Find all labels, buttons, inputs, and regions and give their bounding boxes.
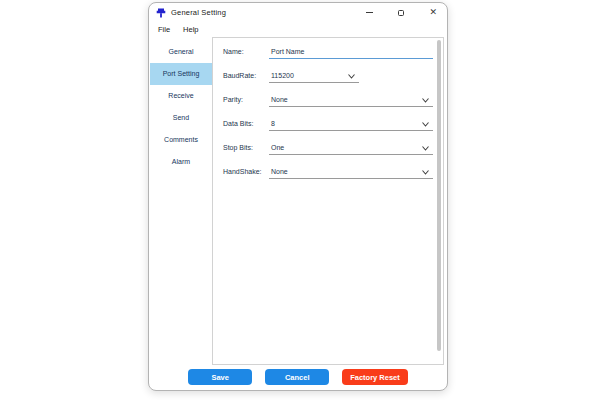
- vertical-scrollbar[interactable]: [437, 40, 441, 351]
- dropdown-databits[interactable]: 8: [269, 116, 433, 131]
- sidebar-item-port-setting[interactable]: Port Setting: [150, 63, 212, 85]
- dropdown-stopbits[interactable]: One: [269, 140, 433, 155]
- chevron-down-icon: [422, 122, 429, 127]
- footer-button-row: SaveCancelFactory Reset: [149, 369, 447, 385]
- field-value: 8: [271, 120, 275, 127]
- field-value: 115200: [271, 72, 294, 79]
- close-icon[interactable]: ✕: [429, 8, 437, 17]
- title-bar[interactable]: General Setting ✕: [149, 3, 447, 22]
- field-label: HandShake:: [223, 168, 262, 175]
- text-input-name[interactable]: Port Name: [269, 44, 433, 59]
- form-row: Stop Bits: One: [213, 137, 435, 161]
- minimize-icon[interactable]: [366, 12, 373, 13]
- port-setting-panel: Name: Port Name BaudRate: 115200 Parity:…: [212, 37, 444, 365]
- form-row: Data Bits: 8: [213, 113, 435, 137]
- chevron-down-icon: [422, 98, 429, 103]
- sidebar-item-send[interactable]: Send: [150, 107, 212, 129]
- field-value: Port Name: [271, 48, 304, 55]
- sidebar-item-comments[interactable]: Comments: [150, 129, 212, 151]
- general-setting-window: General Setting ✕ FileHelp GeneralPort S…: [148, 2, 448, 391]
- cancel-button[interactable]: Cancel: [265, 369, 329, 385]
- sidebar-item-general[interactable]: General: [150, 41, 212, 63]
- chevron-down-icon: [422, 146, 429, 151]
- dropdown-baudrate[interactable]: 115200: [269, 68, 359, 83]
- field-label: Parity:: [223, 96, 243, 103]
- field-value: None: [271, 168, 288, 175]
- maximize-icon[interactable]: [398, 10, 404, 16]
- chevron-down-icon: [422, 170, 429, 175]
- dropdown-parity[interactable]: None: [269, 92, 433, 107]
- form-row: Parity: None: [213, 89, 435, 113]
- window-body: GeneralPort SettingReceiveSendCommentsAl…: [149, 37, 447, 390]
- factory-reset-button[interactable]: Factory Reset: [342, 369, 408, 385]
- window-controls: ✕: [366, 3, 437, 22]
- form-row: HandShake: None: [213, 161, 435, 185]
- dropdown-handshake[interactable]: None: [269, 164, 433, 179]
- sidebar-item-alarm[interactable]: Alarm: [150, 151, 212, 173]
- menu-item-0[interactable]: File: [158, 25, 170, 34]
- field-value: None: [271, 96, 288, 103]
- save-button[interactable]: Save: [188, 369, 252, 385]
- menu-item-1[interactable]: Help: [183, 25, 198, 34]
- form-row: Name: Port Name: [213, 41, 435, 65]
- field-label: Data Bits:: [223, 120, 253, 127]
- window-title: General Setting: [171, 8, 226, 17]
- form-row: BaudRate: 115200: [213, 65, 435, 89]
- menu-bar: FileHelp: [149, 22, 447, 37]
- port-setting-form: Name: Port Name BaudRate: 115200 Parity:…: [213, 41, 435, 185]
- sidebar-nav: GeneralPort SettingReceiveSendCommentsAl…: [150, 41, 212, 173]
- desktop-background: General Setting ✕ FileHelp GeneralPort S…: [0, 0, 600, 400]
- field-label: Stop Bits:: [223, 144, 253, 151]
- app-tree-icon: [156, 8, 166, 18]
- field-label: Name:: [223, 48, 244, 55]
- sidebar-item-receive[interactable]: Receive: [150, 85, 212, 107]
- chevron-down-icon: [348, 74, 355, 79]
- field-value: One: [271, 144, 284, 151]
- field-label: BaudRate:: [223, 72, 256, 79]
